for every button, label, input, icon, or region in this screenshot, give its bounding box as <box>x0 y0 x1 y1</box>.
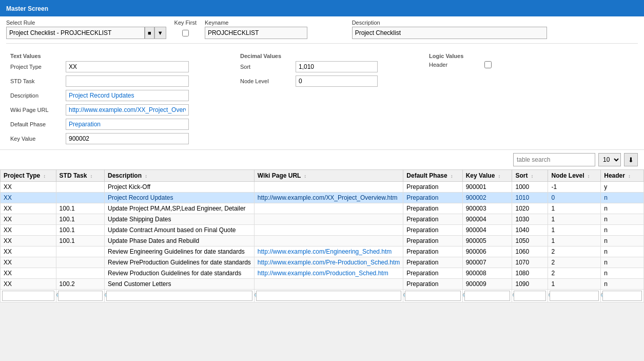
cell-stdTask <box>56 193 104 203</box>
cell-description: Update Contract Amount based on Final Qu… <box>105 225 255 236</box>
description-top-input[interactable] <box>352 27 547 39</box>
cell-description: Project Kick-Off <box>105 182 255 193</box>
cell-nodeLevel: 2 <box>548 246 601 257</box>
table-row[interactable]: XXReview Production Guidelines for date … <box>1 268 644 279</box>
cell-keyValue: 900001 <box>462 182 512 193</box>
sort-icon: ↕ <box>588 174 590 179</box>
default-phase-input[interactable] <box>66 119 189 130</box>
sort-icon: ↕ <box>531 174 534 179</box>
col-header-wikiUrl[interactable]: Wiki Page URL ↕ <box>254 170 403 182</box>
filter-input-description[interactable] <box>106 291 252 301</box>
cell-wikiUrl <box>254 279 403 290</box>
cell-header: n <box>601 203 644 214</box>
select-rule-clear-btn[interactable]: ■ <box>145 27 154 39</box>
cell-defaultPhase: Preparation <box>403 203 462 214</box>
col-header-projectType[interactable]: Project Type ↕ <box>1 170 56 182</box>
filter-cell-stdTask: 🔍 <box>56 290 104 302</box>
logic-values-title: Logic Values <box>429 53 492 59</box>
cell-projectType: XX <box>1 268 56 279</box>
cell-header: n <box>601 236 644 246</box>
page-size-select[interactable]: 10 <box>598 153 621 166</box>
cell-sort: 1080 <box>512 268 548 279</box>
data-table: Project Type ↕STD Task ↕Description ↕Wik… <box>0 169 644 302</box>
cell-keyValue: 900004 <box>462 214 512 225</box>
table-row[interactable]: XX100.1Update Project PM,AM,SP,Lead Engi… <box>1 203 644 214</box>
cell-keyValue: 900004 <box>462 225 512 236</box>
cell-projectType: XX <box>1 203 56 214</box>
col-header-nodeLevel[interactable]: Node Level ↕ <box>548 170 601 182</box>
col-header-stdTask[interactable]: STD Task ↕ <box>56 170 104 182</box>
filter-search-icon[interactable]: 🔍 <box>642 293 644 299</box>
filter-input-nodeLevel[interactable] <box>550 291 599 301</box>
default-phase-label: Default Phase <box>10 121 62 127</box>
key-first-label: Key First <box>174 20 197 26</box>
cell-description: Update Project PM,AM,SP,Lead Engineer, D… <box>105 203 255 214</box>
table-row[interactable]: XX100.2Send Customer LettersPreparation9… <box>1 279 644 290</box>
table-search-input[interactable] <box>513 153 595 166</box>
filter-input-stdTask[interactable] <box>58 291 103 301</box>
col-header-keyValue[interactable]: Key Value ↕ <box>462 170 512 182</box>
cell-wikiUrl: http://www.example.com/Pre-Production_Sc… <box>254 257 403 268</box>
app-title: Master Screen <box>6 5 48 12</box>
wiki-url-input[interactable] <box>66 104 189 116</box>
cell-stdTask: 100.1 <box>56 225 104 236</box>
description-form-input[interactable] <box>66 90 189 101</box>
cell-header: y <box>601 182 644 193</box>
cell-sort: 1030 <box>512 214 548 225</box>
std-task-input[interactable] <box>66 75 189 87</box>
col-header-description[interactable]: Description ↕ <box>105 170 255 182</box>
table-row[interactable]: XXProject Record Updateshttp://www.examp… <box>1 193 644 203</box>
cell-sort: 1090 <box>512 279 548 290</box>
download-button[interactable]: ⬇ <box>624 153 638 166</box>
cell-header: n <box>601 268 644 279</box>
sort-icon: ↕ <box>451 174 453 179</box>
table-row[interactable]: XXProject Kick-OffPreparation9000011000-… <box>1 182 644 193</box>
filter-input-defaultPhase[interactable] <box>405 291 460 301</box>
filter-cell-wikiUrl: 🔍 <box>254 290 403 302</box>
project-type-input[interactable] <box>66 61 189 72</box>
col-header-header[interactable]: Header ↕ <box>601 170 644 182</box>
cell-keyValue: 900006 <box>462 246 512 257</box>
col-header-defaultPhase[interactable]: Default Phase ↕ <box>403 170 462 182</box>
filter-cell-header: 🔍 <box>601 290 644 302</box>
table-row[interactable]: XX100.1Update Shipping DatesPreparation9… <box>1 214 644 225</box>
select-rule-dropdown-btn[interactable]: ▼ <box>154 27 166 39</box>
cell-description: Update Shipping Dates <box>105 214 255 225</box>
node-level-input[interactable] <box>296 75 378 87</box>
col-header-sort[interactable]: Sort ↕ <box>512 170 548 182</box>
filter-input-projectType[interactable] <box>2 291 54 301</box>
key-first-checkbox[interactable] <box>182 30 189 36</box>
header-checkbox[interactable] <box>484 61 492 68</box>
cell-keyValue: 900008 <box>462 268 512 279</box>
description-form-label: Description <box>10 92 62 99</box>
sort-input[interactable] <box>296 61 378 72</box>
cell-projectType: XX <box>1 182 56 193</box>
cell-description: Review Production Guidelines for date st… <box>105 268 255 279</box>
cell-stdTask <box>56 246 104 257</box>
sort-icon: ↕ <box>90 174 93 179</box>
table-row[interactable]: XX100.1Update Phase Dates and RebuildPre… <box>1 236 644 246</box>
filter-input-header[interactable] <box>602 291 642 301</box>
cell-stdTask <box>56 257 104 268</box>
cell-nodeLevel: 1 <box>548 225 601 236</box>
key-value-input[interactable] <box>66 133 189 144</box>
cell-stdTask: 100.1 <box>56 214 104 225</box>
table-row[interactable]: XX100.1Update Contract Amount based on F… <box>1 225 644 236</box>
filter-cell-sort: 🔍 <box>512 290 548 302</box>
cell-projectType: XX <box>1 225 56 236</box>
table-row[interactable]: XXReview PreProduction Guidelines for da… <box>1 257 644 268</box>
node-level-label: Node Level <box>240 78 291 84</box>
sort-icon: ↕ <box>498 174 501 179</box>
table-row[interactable]: XXReview Engineering Guidelines for date… <box>1 246 644 257</box>
cell-description: Review PreProduction Guidelines for date… <box>105 257 255 268</box>
cell-wikiUrl: http://www.example.com/Production_Sched.… <box>254 268 403 279</box>
filter-input-sort[interactable] <box>514 291 546 301</box>
cell-projectType: XX <box>1 214 56 225</box>
filter-input-wikiUrl[interactable] <box>256 291 401 301</box>
keyname-input[interactable] <box>205 27 307 39</box>
cell-sort: 1060 <box>512 246 548 257</box>
cell-wikiUrl <box>254 203 403 214</box>
cell-sort: 1050 <box>512 236 548 246</box>
filter-input-keyValue[interactable] <box>464 291 511 301</box>
select-rule-input[interactable] <box>6 27 145 39</box>
